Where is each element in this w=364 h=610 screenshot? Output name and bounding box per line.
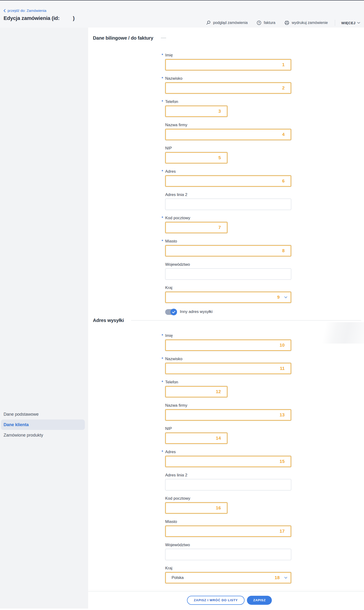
field-label-row: Województwo <box>165 262 291 267</box>
field-label: Telefon <box>165 380 178 385</box>
select-value: Polska <box>171 575 184 580</box>
main-area: Dane podstawoweDane klientaZamówione pro… <box>0 28 364 609</box>
field-label: Nazwa firmy <box>165 403 187 408</box>
field-label-row: Adres linia 2 <box>165 473 291 478</box>
shipping-city-input[interactable]: 17 <box>165 526 291 537</box>
shipping-phone-input[interactable]: 12 <box>165 386 228 397</box>
chevron-down-icon <box>357 22 360 24</box>
page-header: przejdź do: Zamówienia Edycja zamówienia… <box>0 0 364 28</box>
more-button[interactable]: WIĘCEJ <box>341 21 360 25</box>
form-field-row: *Adres15 <box>165 449 291 467</box>
field-label: NIP <box>165 146 172 151</box>
chevron-down-icon <box>284 577 287 579</box>
form-field-row: *Imię1 <box>165 53 291 70</box>
field-label: Nazwa firmy <box>165 123 187 127</box>
form-field-row: Województwo <box>165 542 291 560</box>
field-label-row: NIP <box>165 146 291 151</box>
sidebar-item-label: Dane podstawowe <box>3 412 39 417</box>
sidebar-item-label: Dane klienta <box>3 422 29 427</box>
shipping-company-name-input[interactable]: 13 <box>165 409 291 421</box>
field-label-row: *Kod pocztowy <box>165 215 291 221</box>
save-and-return-button[interactable]: ZAPISZ I WRÓĆ DO LISTY <box>187 596 245 605</box>
annotation-number: 10 <box>280 343 285 348</box>
required-asterisk: * <box>162 449 163 455</box>
field-label-row: Kraj <box>165 285 291 291</box>
form-field-row: KrajPolska18 <box>165 566 291 583</box>
action-label: faktura <box>264 21 275 25</box>
form-field-row: NIP14 <box>165 426 291 444</box>
required-asterisk: * <box>162 215 163 221</box>
sidebar-item-basic-data[interactable]: Dane podstawowe <box>0 409 88 419</box>
shipping-country-select[interactable]: Polska18 <box>165 572 291 583</box>
billing-country-select[interactable]: 9 <box>165 291 291 303</box>
preview-order-button[interactable]: podgląd zamówienia <box>206 20 248 25</box>
form-field-row: Nazwa firmy13 <box>165 403 291 421</box>
sidebar-item-ordered-products[interactable]: Zamówione produkty <box>0 430 88 440</box>
field-label-row: *Nazwisko <box>165 76 291 81</box>
field-label: Kraj <box>165 566 172 571</box>
shipping-last-name-input[interactable]: 11 <box>165 363 291 374</box>
action-label: wydrukuj zamówienie <box>292 21 328 25</box>
field-label-row: Nazwa firmy <box>165 123 291 128</box>
different-shipping-address-toggle[interactable]: Inny adres wysyłki <box>165 308 291 315</box>
annotation-number: 13 <box>280 412 285 417</box>
field-label-row: Kraj <box>165 566 291 571</box>
form-field-row: *Adres6 <box>165 169 291 187</box>
annotation-number: 5 <box>218 155 221 160</box>
section-title: Adres wysyłki <box>93 318 124 323</box>
breadcrumb-label: przejdź do: Zamówienia <box>8 9 46 13</box>
billing-tax-id-input[interactable]: 5 <box>165 152 228 164</box>
annotation-number: 11 <box>280 366 285 371</box>
required-asterisk: * <box>162 239 163 244</box>
billing-city-input[interactable]: 8 <box>165 245 291 256</box>
question-circle-icon: ? <box>257 20 261 25</box>
required-asterisk: * <box>162 99 163 104</box>
field-label-row: *Telefon <box>165 99 291 104</box>
window-bottom-edge <box>0 609 364 610</box>
sidebar-nav: Dane podstawoweDane klientaZamówione pro… <box>0 409 88 440</box>
svg-text:?: ? <box>258 21 260 24</box>
field-label-row: *Nazwisko <box>165 356 291 361</box>
field-label-row: Miasto <box>165 519 291 524</box>
shipping-address-input[interactable]: 15 <box>165 456 291 467</box>
billing-company-name-input[interactable]: 4 <box>165 129 291 140</box>
shipping-address-line-2-input[interactable] <box>165 479 291 490</box>
billing-address-input[interactable]: 6 <box>165 175 291 187</box>
form-field-row: Miasto17 <box>165 519 291 537</box>
field-label: Kod pocztowy <box>165 496 190 501</box>
field-label: Miasto <box>165 239 177 244</box>
field-label: Imię <box>165 53 173 58</box>
invoice-button[interactable]: ? faktura <box>257 20 275 25</box>
field-label-row: *Adres <box>165 169 291 174</box>
background-artifact <box>300 322 364 344</box>
shipping-first-name-input[interactable]: 10 <box>165 340 291 351</box>
field-label: Adres linia 2 <box>165 473 187 478</box>
form-field-row: *Imię10 <box>165 333 291 351</box>
billing-address-line-2-input[interactable] <box>165 199 291 210</box>
shipping-province-input[interactable] <box>165 549 291 560</box>
form-field-row: *Kod pocztowy7 <box>165 215 291 233</box>
required-asterisk: * <box>162 76 163 81</box>
form-field-row: Adres linia 2 <box>165 473 291 490</box>
shipping-postal-code-input[interactable]: 16 <box>165 502 228 514</box>
section-title: Dane bilingowe / do faktury <box>93 35 153 41</box>
billing-first-name-input[interactable]: 1 <box>165 59 291 70</box>
billing-last-name-input[interactable]: 2 <box>165 82 291 94</box>
billing-province-input[interactable] <box>165 268 291 280</box>
field-label: Imię <box>165 333 173 338</box>
print-order-button[interactable]: wydrukuj zamówienie <box>284 20 328 25</box>
billing-postal-code-input[interactable]: 7 <box>165 222 228 233</box>
shipping-tax-id-input[interactable]: 14 <box>165 432 228 444</box>
field-label-row: *Imię <box>165 333 291 338</box>
sidebar-item-customer-data[interactable]: Dane klienta <box>1 419 85 430</box>
form-field-row: *Telefon12 <box>165 380 291 397</box>
form-field-row: Kraj9 <box>165 285 291 303</box>
sidebar-item-label: Zamówione produkty <box>3 433 43 438</box>
required-asterisk: * <box>162 169 163 174</box>
billing-phone-input[interactable]: 3 <box>165 106 228 117</box>
breadcrumb[interactable]: przejdź do: Zamówienia <box>3 9 46 13</box>
section-divider <box>161 38 166 38</box>
save-button[interactable]: ZAPISZ <box>247 596 272 605</box>
field-label: Nazwisko <box>165 76 182 81</box>
action-label: WIĘCEJ <box>341 21 355 25</box>
